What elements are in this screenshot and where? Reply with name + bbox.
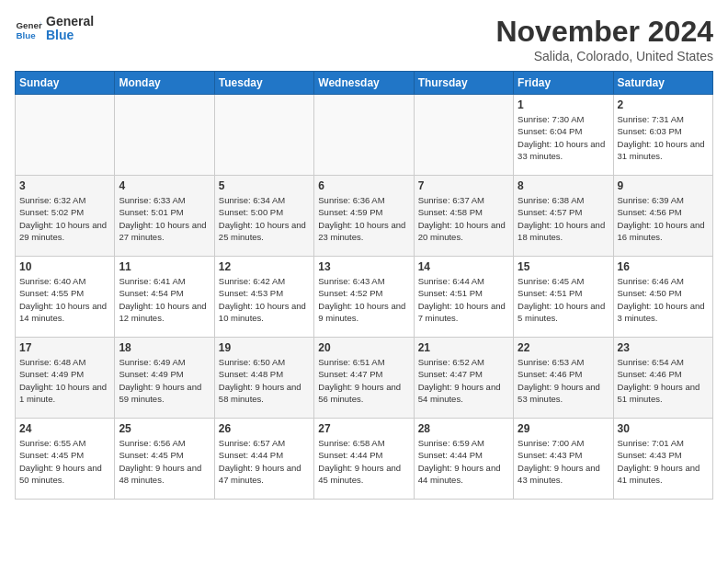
calendar-cell: 30Sunrise: 7:01 AM Sunset: 4:43 PM Dayli…: [613, 419, 712, 500]
logo-icon: General Blue: [15, 15, 42, 42]
day-info: Sunrise: 7:31 AM Sunset: 6:03 PM Dayligh…: [618, 113, 709, 162]
calendar-cell: 12Sunrise: 6:42 AM Sunset: 4:53 PM Dayli…: [214, 257, 313, 338]
day-number: 27: [318, 422, 409, 435]
calendar-cell: 15Sunrise: 6:45 AM Sunset: 4:51 PM Dayli…: [514, 257, 613, 338]
calendar-cell: 5Sunrise: 6:34 AM Sunset: 5:00 PM Daylig…: [214, 176, 313, 257]
weekday-monday: Monday: [115, 72, 214, 95]
day-number: 5: [219, 179, 310, 192]
calendar-week-5: 24Sunrise: 6:55 AM Sunset: 4:45 PM Dayli…: [16, 419, 713, 500]
day-info: Sunrise: 6:58 AM Sunset: 4:44 PM Dayligh…: [318, 437, 409, 486]
day-number: 26: [219, 422, 310, 435]
day-info: Sunrise: 7:30 AM Sunset: 6:04 PM Dayligh…: [518, 113, 609, 162]
day-info: Sunrise: 6:41 AM Sunset: 4:54 PM Dayligh…: [119, 275, 210, 324]
calendar-cell: 24Sunrise: 6:55 AM Sunset: 4:45 PM Dayli…: [16, 419, 115, 500]
weekday-saturday: Saturday: [613, 72, 712, 95]
calendar-cell: 20Sunrise: 6:51 AM Sunset: 4:47 PM Dayli…: [314, 338, 414, 419]
day-number: 19: [219, 341, 310, 354]
day-number: 29: [518, 422, 609, 435]
header: General Blue General Blue November 2024 …: [15, 15, 713, 63]
calendar-week-3: 10Sunrise: 6:40 AM Sunset: 4:55 PM Dayli…: [16, 257, 713, 338]
day-info: Sunrise: 6:48 AM Sunset: 4:49 PM Dayligh…: [19, 356, 110, 405]
calendar-week-1: 1Sunrise: 7:30 AM Sunset: 6:04 PM Daylig…: [16, 95, 713, 176]
calendar-cell: 19Sunrise: 6:50 AM Sunset: 4:48 PM Dayli…: [214, 338, 313, 419]
day-number: 3: [19, 179, 110, 192]
day-info: Sunrise: 6:54 AM Sunset: 4:46 PM Dayligh…: [618, 356, 709, 405]
weekday-thursday: Thursday: [414, 72, 513, 95]
calendar-cell: 8Sunrise: 6:38 AM Sunset: 4:57 PM Daylig…: [514, 176, 613, 257]
day-number: 12: [219, 260, 310, 273]
day-number: 9: [618, 179, 709, 192]
weekday-friday: Friday: [514, 72, 613, 95]
day-number: 2: [618, 98, 709, 111]
calendar-cell: 29Sunrise: 7:00 AM Sunset: 4:43 PM Dayli…: [514, 419, 613, 500]
calendar-body: 1Sunrise: 7:30 AM Sunset: 6:04 PM Daylig…: [16, 95, 713, 500]
calendar-cell: 11Sunrise: 6:41 AM Sunset: 4:54 PM Dayli…: [115, 257, 214, 338]
calendar-cell: 4Sunrise: 6:33 AM Sunset: 5:01 PM Daylig…: [115, 176, 214, 257]
day-number: 22: [518, 341, 609, 354]
day-number: 4: [119, 179, 210, 192]
day-number: 24: [19, 422, 110, 435]
day-number: 6: [318, 179, 409, 192]
day-number: 16: [618, 260, 709, 273]
weekday-tuesday: Tuesday: [214, 72, 313, 95]
day-info: Sunrise: 6:53 AM Sunset: 4:46 PM Dayligh…: [518, 356, 609, 405]
day-info: Sunrise: 6:45 AM Sunset: 4:51 PM Dayligh…: [518, 275, 609, 324]
calendar-cell: 21Sunrise: 6:52 AM Sunset: 4:47 PM Dayli…: [414, 338, 513, 419]
day-info: Sunrise: 6:59 AM Sunset: 4:44 PM Dayligh…: [418, 437, 509, 486]
day-number: 7: [418, 179, 509, 192]
calendar-cell: 23Sunrise: 6:54 AM Sunset: 4:46 PM Dayli…: [613, 338, 712, 419]
day-info: Sunrise: 6:57 AM Sunset: 4:44 PM Dayligh…: [219, 437, 310, 486]
svg-text:Blue: Blue: [17, 30, 37, 40]
calendar-table: SundayMondayTuesdayWednesdayThursdayFrid…: [15, 71, 713, 500]
day-info: Sunrise: 6:44 AM Sunset: 4:51 PM Dayligh…: [418, 275, 509, 324]
day-info: Sunrise: 6:38 AM Sunset: 4:57 PM Dayligh…: [518, 194, 609, 243]
day-info: Sunrise: 6:43 AM Sunset: 4:52 PM Dayligh…: [318, 275, 409, 324]
calendar-cell: [214, 95, 313, 176]
day-number: 21: [418, 341, 509, 354]
day-number: 18: [119, 341, 210, 354]
day-number: 8: [518, 179, 609, 192]
calendar-cell: 7Sunrise: 6:37 AM Sunset: 4:58 PM Daylig…: [414, 176, 513, 257]
day-number: 15: [518, 260, 609, 273]
calendar-week-4: 17Sunrise: 6:48 AM Sunset: 4:49 PM Dayli…: [16, 338, 713, 419]
month-year-title: November 2024: [495, 15, 713, 49]
calendar-cell: 10Sunrise: 6:40 AM Sunset: 4:55 PM Dayli…: [16, 257, 115, 338]
logo: General Blue General Blue: [15, 15, 94, 43]
calendar-cell: 17Sunrise: 6:48 AM Sunset: 4:49 PM Dayli…: [16, 338, 115, 419]
calendar-cell: 13Sunrise: 6:43 AM Sunset: 4:52 PM Dayli…: [314, 257, 414, 338]
calendar-cell: 28Sunrise: 6:59 AM Sunset: 4:44 PM Dayli…: [414, 419, 513, 500]
day-info: Sunrise: 6:55 AM Sunset: 4:45 PM Dayligh…: [19, 437, 110, 486]
day-info: Sunrise: 7:01 AM Sunset: 4:43 PM Dayligh…: [618, 437, 709, 486]
calendar-cell: 9Sunrise: 6:39 AM Sunset: 4:56 PM Daylig…: [613, 176, 712, 257]
svg-text:General: General: [17, 20, 43, 30]
day-info: Sunrise: 6:39 AM Sunset: 4:56 PM Dayligh…: [618, 194, 709, 243]
day-info: Sunrise: 7:00 AM Sunset: 4:43 PM Dayligh…: [518, 437, 609, 486]
weekday-wednesday: Wednesday: [314, 72, 414, 95]
weekday-header-row: SundayMondayTuesdayWednesdayThursdayFrid…: [16, 72, 713, 95]
day-number: 25: [119, 422, 210, 435]
day-number: 17: [19, 341, 110, 354]
calendar-cell: 2Sunrise: 7:31 AM Sunset: 6:03 PM Daylig…: [613, 95, 712, 176]
day-number: 30: [618, 422, 709, 435]
calendar-cell: 25Sunrise: 6:56 AM Sunset: 4:45 PM Dayli…: [115, 419, 214, 500]
calendar-cell: 14Sunrise: 6:44 AM Sunset: 4:51 PM Dayli…: [414, 257, 513, 338]
logo-blue: Blue: [46, 29, 94, 42]
day-number: 14: [418, 260, 509, 273]
day-info: Sunrise: 6:46 AM Sunset: 4:50 PM Dayligh…: [618, 275, 709, 324]
logo-general: General: [46, 15, 94, 29]
day-info: Sunrise: 6:33 AM Sunset: 5:01 PM Dayligh…: [119, 194, 210, 243]
day-info: Sunrise: 6:34 AM Sunset: 5:00 PM Dayligh…: [219, 194, 310, 243]
day-number: 1: [518, 98, 609, 111]
day-number: 10: [19, 260, 110, 273]
calendar-week-2: 3Sunrise: 6:32 AM Sunset: 5:02 PM Daylig…: [16, 176, 713, 257]
day-number: 28: [418, 422, 509, 435]
day-info: Sunrise: 6:56 AM Sunset: 4:45 PM Dayligh…: [119, 437, 210, 486]
weekday-sunday: Sunday: [16, 72, 115, 95]
calendar-cell: [314, 95, 414, 176]
calendar-cell: 27Sunrise: 6:58 AM Sunset: 4:44 PM Dayli…: [314, 419, 414, 500]
calendar-cell: [16, 95, 115, 176]
calendar-cell: [414, 95, 513, 176]
day-info: Sunrise: 6:36 AM Sunset: 4:59 PM Dayligh…: [318, 194, 409, 243]
day-info: Sunrise: 6:40 AM Sunset: 4:55 PM Dayligh…: [19, 275, 110, 324]
day-info: Sunrise: 6:50 AM Sunset: 4:48 PM Dayligh…: [219, 356, 310, 405]
